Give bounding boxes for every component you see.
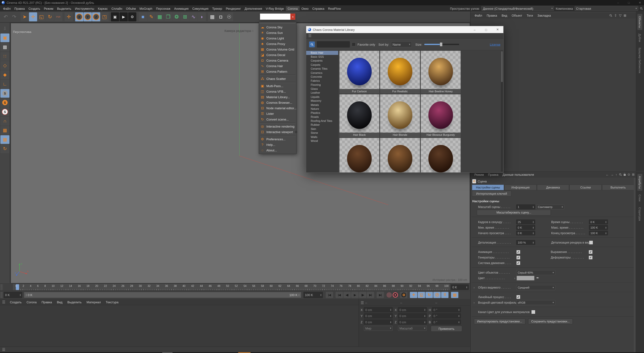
material-tile[interactable]: Fur Realistic — [380, 51, 420, 94]
coordinate-system-button[interactable]: ◳ — [100, 12, 109, 21]
category-carpets[interactable]: Carpets — [306, 63, 338, 67]
material-menu-создать[interactable]: Создать — [8, 300, 24, 304]
menu-item-v-ray bridge[interactable]: V-Ray Bridge — [264, 6, 286, 11]
autokeying-button[interactable] — [392, 292, 398, 298]
material-library-title-bar[interactable]: Chaos Corona Material Library – □ ✕ — [306, 26, 504, 33]
menu-search-input[interactable] — [260, 14, 290, 20]
add-camera-button[interactable]: ◘ — [217, 12, 225, 21]
corona-menu-item[interactable]: ☁Corona Sky — [259, 25, 296, 30]
category-basic-sss[interactable]: Basic SSS — [306, 55, 338, 59]
preview-end-field[interactable]: 100 K▴▾ — [589, 231, 608, 235]
material-manager-body[interactable] — [0, 305, 358, 346]
spinner-arrows-icon[interactable]: ▴▾ — [466, 286, 467, 288]
transport-grip[interactable] — [0, 292, 3, 298]
edges-mode-button[interactable]: ◇ — [0, 61, 10, 70]
hamburger-icon[interactable]: ☰ — [2, 347, 5, 352]
menu-item-realflow[interactable]: RealFlow — [326, 6, 343, 11]
category-glass[interactable]: Glass — [306, 87, 338, 91]
material-tile[interactable]: Fur Cartoon — [340, 51, 379, 94]
maximize-button[interactable]: □ — [628, 1, 630, 4]
side-tab-атрибуты[interactable]: Атрибуты — [638, 174, 642, 191]
material-tile[interactable]: Hair Blowout Burgundy — [421, 94, 461, 137]
menu-item-трекер[interactable]: Трекер — [210, 6, 224, 11]
corona-menu-item[interactable]: ☰Lister — [259, 111, 296, 117]
category-basic-hair[interactable]: Basic Hair — [306, 51, 338, 55]
key-rotation-toggle[interactable]: ↻ — [426, 292, 433, 298]
material-tile[interactable]: Hair Black — [340, 94, 379, 137]
tab-динамика[interactable]: Динамика — [537, 185, 569, 190]
coords-rotation-b-field[interactable]: 0 °▴▾ — [432, 319, 461, 324]
category-concrete[interactable]: Concrete — [306, 75, 338, 79]
material-menu-текстура[interactable]: Текстура — [103, 300, 121, 304]
add-icon[interactable]: ⊞ — [632, 173, 634, 176]
menu-item-симуляция[interactable]: Симуляция — [190, 6, 210, 11]
material-menu-выделить[interactable]: Выделить — [65, 300, 84, 304]
material-tile[interactable] — [421, 138, 461, 173]
go-to-previous-key-button[interactable]: |◀ — [336, 292, 343, 298]
expressions-checkbox[interactable]: ✓ — [588, 250, 592, 254]
add-cube-object-button[interactable]: ■ — [139, 12, 147, 21]
search-icon[interactable] — [619, 173, 622, 176]
coords-rotation-h-field[interactable]: 0 °▴▾ — [432, 307, 461, 312]
animation-checkbox[interactable]: ✓ — [516, 250, 520, 254]
add-spline-pen-button[interactable]: ✎ — [147, 12, 156, 21]
corona-menu-item[interactable]: ♣Corona Proxy — [259, 41, 296, 47]
coords-position-x-field[interactable]: 0 cm▴▾ — [364, 307, 392, 312]
corona-menu-item[interactable]: ⁂Chaos Scatter — [259, 76, 296, 82]
play-button[interactable]: ▶ — [351, 292, 358, 298]
category-masonry[interactable]: Masonry — [306, 99, 338, 103]
material-menu-вид[interactable]: Вид — [54, 300, 65, 304]
menu-item-объём[interactable]: Объём — [124, 6, 138, 11]
material-tile[interactable]: Hair Blonde — [380, 94, 420, 137]
go-to-start-button[interactable]: |◀ — [326, 292, 333, 298]
menu-item-инструменты[interactable]: Инструменты — [73, 6, 96, 11]
psr-transfer-button[interactable]: PSR — [54, 12, 62, 21]
add-volume-button[interactable]: ⊞ — [181, 12, 189, 21]
go-to-next-frame-button[interactable]: |▶ — [359, 292, 366, 298]
locked-workplane-button[interactable]: ▦ — [0, 135, 10, 144]
color-swatch[interactable] — [516, 275, 535, 280]
key-position-toggle[interactable]: ✛ — [410, 292, 417, 298]
corona-menu-item[interactable]: ↻Convert scene... — [259, 117, 296, 122]
category-ceramics[interactable]: Ceramics — [306, 71, 338, 75]
material-menu-corona[interactable]: Corona — [24, 300, 39, 304]
redo-button[interactable]: ↷ — [10, 12, 18, 21]
corona-menu-item[interactable]: ⊞Corona Pattern — [259, 69, 296, 74]
side-tab-структура[interactable]: Структура — [638, 205, 642, 223]
make-editable-button[interactable]: ⇩ — [0, 24, 10, 33]
rotate-tool-button[interactable]: ↻ — [46, 12, 54, 21]
lock-z-axis-button[interactable]: Z — [92, 12, 100, 21]
category-skin[interactable]: Skin — [306, 127, 338, 131]
autokey-settings-button[interactable]: ⚙ — [400, 292, 407, 298]
fps-field[interactable]: 25▴▾ — [516, 220, 535, 224]
minimize-button[interactable]: – — [617, 1, 619, 4]
range-end-field[interactable]: 100 K▴▾ — [304, 292, 323, 298]
scale-tool-button[interactable]: ◱ — [38, 12, 46, 21]
object-menu-файл[interactable]: Файл — [472, 13, 484, 18]
scene-scale-field[interactable]: 1▴▾ — [516, 204, 535, 209]
scrollbar-thumb[interactable] — [501, 51, 503, 82]
object-color-select[interactable]: Серый 60%▾ — [516, 270, 555, 275]
detail-field[interactable]: 100 %▴▾ — [516, 240, 535, 245]
menu-item-выделить[interactable]: Выделить — [55, 6, 73, 11]
move-tool-button[interactable]: ✛ — [29, 12, 37, 21]
material-tile[interactable] — [380, 138, 420, 173]
material-tile[interactable] — [340, 138, 379, 173]
object-menu-вид[interactable]: Вид — [499, 13, 509, 18]
viewport-label[interactable]: Перспектива — [13, 30, 31, 34]
coords-scale-y-field[interactable]: 0 cm▴▾ — [398, 313, 427, 318]
render-view-button[interactable]: ▣ — [111, 12, 119, 21]
key-pla-toggle[interactable]: ⠿ — [441, 292, 448, 298]
lock-icon[interactable] — [624, 174, 626, 176]
timeline-window-button[interactable]: ▥ — [451, 292, 458, 298]
back-icon[interactable]: ← — [606, 173, 608, 176]
snap-2d-button[interactable]: S — [0, 98, 10, 107]
category-liquids[interactable]: Liquids — [306, 95, 338, 99]
corona-menu-item[interactable]: ◍Cosmos Browser... — [259, 100, 296, 105]
filter-icon[interactable]: ▽ — [619, 14, 622, 17]
category-fabrics[interactable]: Fabrics — [306, 79, 338, 83]
material-tile[interactable]: Hair Beeline Honey — [421, 51, 461, 94]
corona-menu-item[interactable]: ◎Interactive rendering — [259, 124, 296, 129]
gear-icon[interactable]: ⚙ — [294, 130, 298, 134]
scrollbar[interactable] — [501, 51, 503, 172]
